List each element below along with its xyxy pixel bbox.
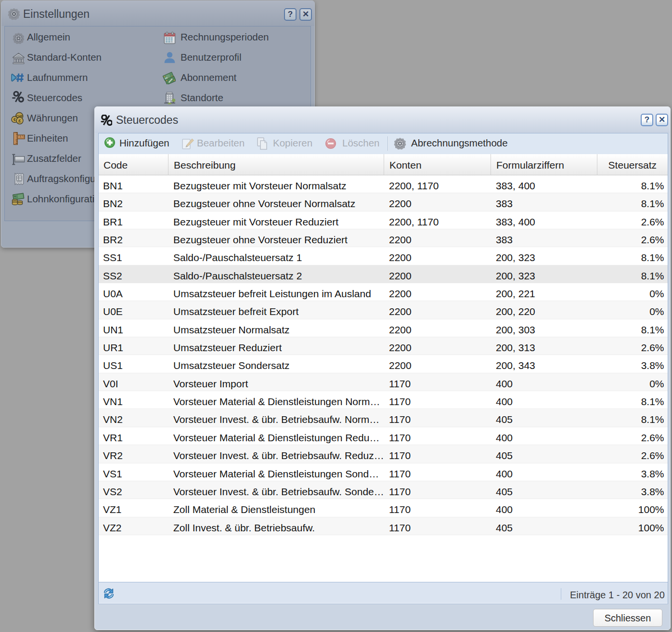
svg-text:50: 50 xyxy=(13,195,17,198)
svg-text:€: € xyxy=(13,117,16,122)
svg-text:£: £ xyxy=(18,118,21,123)
